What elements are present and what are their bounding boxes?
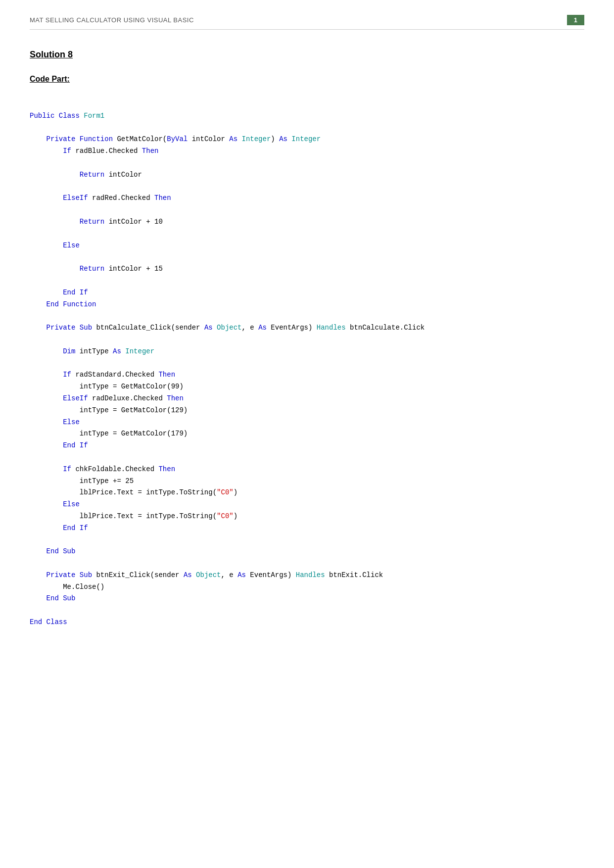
kw-handles2: Handles	[296, 571, 325, 579]
kw-as4: As	[258, 324, 267, 332]
kw-endclass: End Class	[30, 618, 67, 626]
txt31	[75, 571, 79, 579]
txt24: intType = GetMatColor(179)	[80, 430, 188, 437]
kw-private2: Private	[47, 324, 76, 332]
kw-endsub2: End Sub	[47, 594, 76, 602]
kw-endsub1: End Sub	[47, 547, 76, 555]
txt9: radRed.Checked	[88, 194, 154, 202]
kw-space1	[54, 112, 58, 120]
txt20: radStandard.Checked	[71, 371, 158, 379]
txt11: intColor + 15	[104, 265, 163, 273]
txt8: intColor	[104, 171, 142, 179]
kw-integer2: Integer	[291, 135, 321, 143]
kw-as5: As	[113, 347, 121, 355]
kw-as3: As	[204, 324, 213, 332]
kw-as6: As	[184, 571, 192, 579]
txt22: radDeluxe.Checked	[88, 394, 167, 402]
kw-dim1: Dim	[63, 347, 75, 355]
kw-if3: If	[63, 465, 71, 473]
kw-endif3: End If	[63, 524, 88, 532]
kw-private1: Private	[47, 135, 76, 143]
kw-space2	[80, 112, 84, 120]
kw-class: Class	[59, 112, 80, 120]
txt25: chkFoldable.Checked	[71, 465, 158, 473]
txt1	[75, 135, 79, 143]
txt26: intType += 25	[80, 477, 134, 485]
kw-as1: As	[229, 135, 237, 143]
txt23: intType = GetMatColor(129)	[80, 406, 188, 414]
kw-elseif2: ElseIf	[63, 394, 88, 402]
kw-form1: Form1	[84, 112, 104, 120]
header-title: MAT SELLING CALCULATOR USING VISUAL BASI…	[30, 16, 194, 24]
kw-function: Function	[80, 135, 113, 143]
txt7: radBlue.Checked	[71, 147, 142, 155]
kw-sub2: Sub	[80, 571, 92, 579]
kw-then1: Then	[142, 147, 159, 155]
txt33	[192, 571, 196, 579]
txt37: Me.Close()	[63, 583, 104, 591]
kw-integer3: Integer	[125, 347, 154, 355]
code-part-heading: Code Part:	[30, 75, 584, 84]
kw-as2: As	[279, 135, 287, 143]
kw-if1: If	[63, 147, 71, 155]
txt30: )	[234, 512, 237, 520]
page-number: 1	[567, 15, 584, 25]
txt16: EventArgs)	[267, 324, 317, 332]
kw-elseif1: ElseIf	[63, 194, 88, 202]
txt21: intType = GetMatColor(99)	[80, 383, 184, 390]
txt14	[213, 324, 217, 332]
kw-endif1: End If	[63, 289, 88, 296]
kw-if2: If	[63, 371, 71, 379]
code-block: Public Class Form1 Private Function GetM…	[30, 98, 584, 640]
kw-as7: As	[237, 571, 246, 579]
kw-else3: Else	[63, 500, 80, 508]
header-bar: MAT SELLING CALCULATOR USING VISUAL BASI…	[30, 15, 584, 30]
kw-endif2: End If	[63, 441, 88, 449]
kw-then5: Then	[158, 465, 175, 473]
kw-else2: Else	[63, 418, 80, 426]
str2: "C0"	[217, 512, 234, 520]
kw-sub1: Sub	[80, 324, 92, 332]
kw-return3: Return	[80, 265, 104, 273]
txt10: intColor + 10	[104, 218, 163, 226]
kw-object2: Object	[196, 571, 221, 579]
page-container: MAT SELLING CALCULATOR USING VISUAL BASI…	[0, 0, 614, 868]
txt12	[75, 324, 79, 332]
kw-integer1: Integer	[242, 135, 271, 143]
kw-return1: Return	[80, 171, 104, 179]
kw-object1: Object	[217, 324, 241, 332]
txt13: btnCalculate_Click(sender	[92, 324, 204, 332]
txt28: )	[234, 488, 237, 496]
txt34: , e	[221, 571, 238, 579]
kw-else1: Else	[63, 241, 80, 249]
kw-handles1: Handles	[317, 324, 346, 332]
txt2: GetMatColor(	[113, 135, 167, 143]
kw-public: Public	[30, 112, 54, 120]
txt29: lblPrice.Text = intType.ToString(	[80, 512, 217, 520]
kw-then4: Then	[167, 394, 184, 402]
solution-heading: Solution 8	[30, 49, 584, 60]
txt5: )	[271, 135, 279, 143]
kw-endfunction: End Function	[47, 300, 96, 308]
txt36: btnExit.Click	[325, 571, 383, 579]
txt4	[237, 135, 241, 143]
str1: "C0"	[217, 488, 234, 496]
kw-return2: Return	[80, 218, 104, 226]
kw-then2: Then	[154, 194, 171, 202]
kw-then3: Then	[158, 371, 175, 379]
kw-private3: Private	[47, 571, 76, 579]
txt27: lblPrice.Text = intType.ToString(	[80, 488, 217, 496]
txt17: btnCalculate.Click	[346, 324, 425, 332]
kw-byval: ByVal	[167, 135, 188, 143]
txt18: intType	[75, 347, 113, 355]
txt32: btnExit_Click(sender	[92, 571, 184, 579]
txt35: EventArgs)	[246, 571, 296, 579]
txt15: , e	[242, 324, 259, 332]
txt3: intColor	[188, 135, 229, 143]
